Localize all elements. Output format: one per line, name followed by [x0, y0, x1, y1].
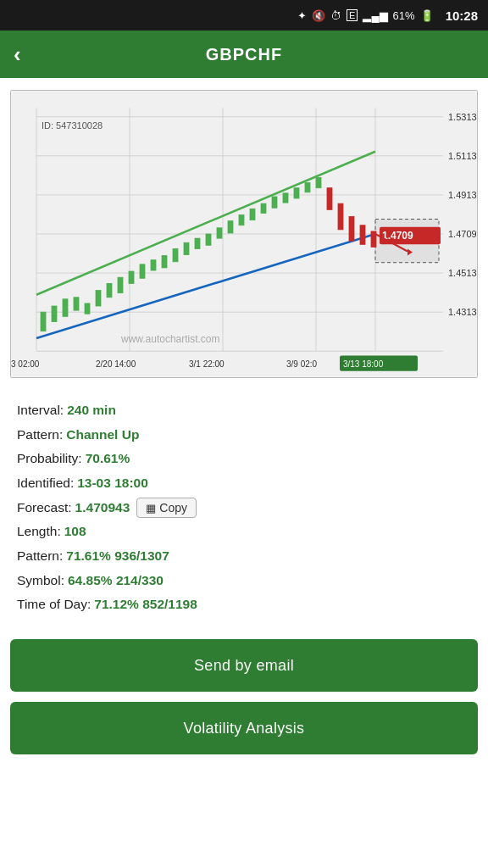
page-title: GBPCHF	[14, 45, 474, 64]
svg-rect-44	[162, 256, 167, 268]
svg-rect-56	[294, 188, 299, 198]
button-section: Send by email Volatility Analysis	[0, 626, 488, 763]
forecast-row: Forecast: 1.470943 ▦ Copy	[17, 496, 471, 520]
volatility-analysis-button[interactable]: Volatility Analysis	[10, 702, 478, 754]
copy-icon: ▦	[146, 502, 156, 515]
pattern-stat-label: Pattern:	[17, 544, 63, 569]
svg-text:1.5313: 1.5313	[448, 112, 477, 122]
svg-text:3/9 02:0: 3/9 02:0	[286, 359, 317, 369]
info-section: Interval: 240 min Pattern: Channel Up Pr…	[0, 390, 488, 626]
svg-rect-48	[206, 234, 211, 245]
signal-bars-icon: ▂▄▆	[363, 9, 387, 22]
svg-rect-41	[129, 271, 134, 283]
chart-container: 1.5313 1.5113 1.4913 1.4709 1.4513 1.431…	[10, 90, 478, 378]
svg-text:3/1 22:00: 3/1 22:00	[189, 359, 225, 369]
length-row: Length: 108	[17, 520, 471, 544]
svg-rect-34	[52, 306, 57, 321]
identified-row: Identified: 13-03 18:00	[17, 471, 471, 496]
svg-rect-57	[305, 183, 310, 192]
pattern-label: Pattern:	[17, 423, 63, 448]
svg-text:3/13 18:00: 3/13 18:00	[343, 359, 384, 369]
interval-row: Interval: 240 min	[17, 398, 471, 423]
svg-text:1.4709: 1.4709	[448, 229, 477, 239]
symbol-label: Symbol:	[17, 569, 64, 593]
send-email-button[interactable]: Send by email	[10, 639, 478, 692]
svg-rect-52	[250, 209, 255, 220]
svg-rect-38	[96, 291, 101, 306]
copy-button[interactable]: ▦ Copy	[136, 498, 197, 518]
svg-rect-37	[85, 303, 90, 314]
svg-rect-46	[184, 242, 189, 254]
time-of-day-value: 71.12% 852/1198	[94, 593, 197, 617]
svg-rect-39	[107, 283, 112, 297]
svg-rect-62	[360, 225, 365, 245]
svg-rect-53	[261, 203, 266, 213]
status-time: 10:28	[446, 8, 478, 23]
pattern-value: Channel Up	[66, 423, 139, 448]
svg-rect-35	[63, 299, 68, 316]
time-of-day-row: Time of Day: 71.12% 852/1198	[17, 593, 471, 617]
identified-label: Identified:	[17, 471, 74, 496]
svg-text:1.4913: 1.4913	[448, 190, 477, 200]
alarm-icon: ⏱	[330, 9, 341, 22]
svg-rect-49	[217, 228, 222, 238]
interval-label: Interval:	[17, 398, 64, 423]
svg-rect-60	[338, 203, 343, 230]
svg-rect-45	[173, 248, 178, 261]
status-bar: ✦ 🔇 ⏱ E ▂▄▆ 61% 🔋 10:28	[0, 0, 488, 31]
pattern-row: Pattern: Channel Up	[17, 423, 471, 448]
probability-label: Probability:	[17, 447, 82, 471]
symbol-row: Symbol: 64.85% 214/330	[17, 569, 471, 593]
copy-label: Copy	[159, 501, 187, 515]
mute-icon: 🔇	[312, 9, 325, 22]
svg-rect-43	[151, 260, 156, 270]
svg-text:2/20 14:00: 2/20 14:00	[96, 359, 136, 369]
svg-rect-55	[283, 193, 288, 203]
forecast-label: Forecast:	[17, 496, 72, 520]
pattern-stat-row: Pattern: 71.61% 936/1307	[17, 544, 471, 569]
svg-rect-50	[228, 221, 233, 233]
forecast-value: 1.470943	[75, 496, 130, 520]
status-icons: ✦ 🔇 ⏱ E ▂▄▆ 61% 🔋	[297, 9, 434, 22]
svg-rect-36	[74, 298, 79, 310]
svg-rect-63	[371, 231, 376, 247]
probability-value: 70.61%	[86, 447, 130, 471]
svg-rect-58	[316, 177, 321, 187]
pattern-stat-value: 71.61% 936/1307	[66, 544, 169, 569]
svg-rect-33	[41, 312, 46, 331]
svg-text:1.5113: 1.5113	[448, 151, 477, 161]
svg-rect-40	[118, 277, 123, 292]
length-value: 108	[64, 520, 86, 544]
svg-text:www.autochartist.com: www.autochartist.com	[120, 333, 220, 345]
svg-text:ID: 547310028: ID: 547310028	[42, 120, 103, 131]
chart-svg: 1.5313 1.5113 1.4913 1.4709 1.4513 1.431…	[11, 91, 477, 377]
svg-rect-42	[140, 264, 145, 278]
back-button[interactable]: ‹	[14, 42, 21, 68]
svg-rect-47	[195, 238, 200, 248]
identified-value: 13-03 18:00	[77, 471, 148, 496]
svg-text:1.4313: 1.4313	[448, 307, 477, 317]
svg-rect-61	[349, 217, 354, 242]
signal-e-icon: E	[347, 9, 358, 21]
time-of-day-label: Time of Day:	[17, 593, 91, 617]
header: ‹ GBPCHF	[0, 31, 488, 78]
svg-text:3 02:00: 3 02:00	[11, 359, 40, 369]
interval-value: 240 min	[67, 398, 116, 423]
length-label: Length:	[17, 520, 61, 544]
svg-text:1.4513: 1.4513	[448, 268, 477, 278]
battery-level: 61%	[393, 9, 415, 22]
svg-rect-54	[272, 197, 277, 208]
battery-icon: 🔋	[420, 9, 434, 22]
svg-rect-59	[327, 188, 332, 210]
probability-row: Probability: 70.61%	[17, 447, 471, 471]
symbol-value: 64.85% 214/330	[68, 569, 164, 593]
svg-rect-51	[239, 214, 244, 225]
bluetooth-icon: ✦	[297, 9, 307, 22]
